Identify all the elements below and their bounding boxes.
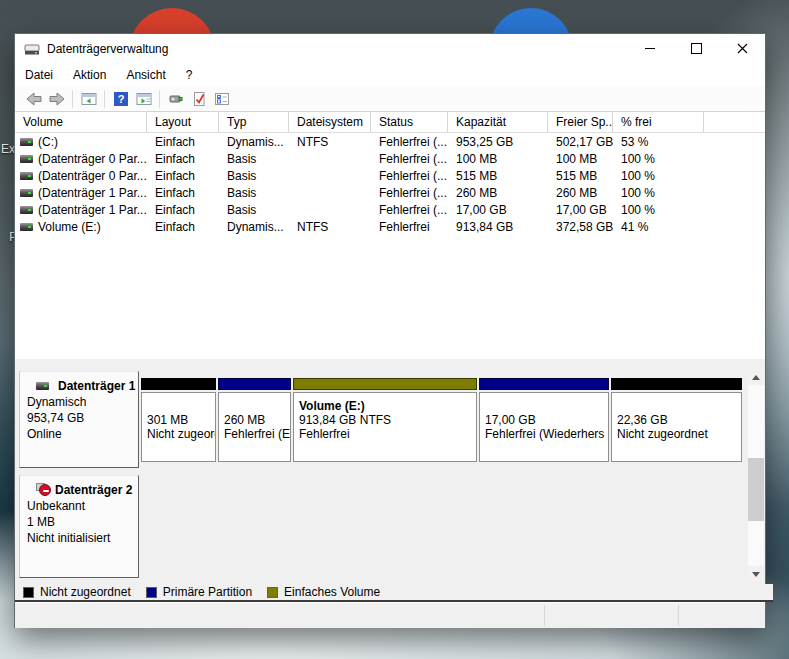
- column-header-prozent-frei[interactable]: % frei: [613, 112, 704, 132]
- legend-swatch: [23, 587, 34, 598]
- table-cell-layout: Einfach: [147, 186, 219, 200]
- task-list-button[interactable]: [210, 88, 233, 110]
- table-cell-layout: Einfach: [147, 152, 219, 166]
- partition-info-box[interactable]: 22,36 GBNicht zugeordnet: [611, 392, 742, 462]
- table-cell-frei: 260 MB: [548, 186, 613, 200]
- back-icon: [26, 91, 42, 107]
- close-button[interactable]: [719, 34, 765, 63]
- back-button[interactable]: [22, 88, 45, 110]
- partition-title: [485, 399, 608, 413]
- partition-info-box[interactable]: 17,00 GBFehlerfrei (Wiederhers: [479, 392, 609, 462]
- disk-info-line: 953,74 GB: [27, 412, 138, 425]
- partition-block[interactable]: Volume (E:)913,84 GB NTFSFehlerfrei: [293, 378, 477, 462]
- window-title: Datenträgerverwaltung: [47, 42, 168, 56]
- action-pane-icon: [136, 91, 152, 107]
- check-document-button[interactable]: [187, 88, 210, 110]
- column-header-dateisystem[interactable]: Dateisystem: [289, 112, 371, 132]
- column-header-kapazitaet[interactable]: Kapazität: [448, 112, 548, 132]
- status-bar-separator: [544, 605, 545, 626]
- legend-bar: Nicht zugeordnetPrimäre PartitionEinfach…: [15, 584, 773, 602]
- minimize-icon: [645, 48, 655, 49]
- table-cell-prozent: 100 %: [613, 169, 704, 183]
- pane-splitter[interactable]: [15, 359, 765, 367]
- table-row[interactable]: (Datenträger 1 Par...EinfachBasisFehlerf…: [15, 201, 765, 218]
- table-cell-fs: NTFS: [289, 135, 371, 149]
- partition-info-line: 22,36 GB: [617, 413, 741, 427]
- column-header-typ[interactable]: Typ: [219, 112, 289, 132]
- menu-ansicht[interactable]: Ansicht: [116, 66, 175, 84]
- table-row[interactable]: (Datenträger 1 Par...EinfachBasisFehlerf…: [15, 184, 765, 201]
- partition-block[interactable]: 301 MBNicht zugeordnet: [141, 378, 216, 462]
- table-cell-kapazitaet: 953,25 GB: [448, 135, 548, 149]
- table-cell-layout: Einfach: [147, 220, 219, 234]
- table-cell-prozent: 41 %: [613, 220, 704, 234]
- volume-cell: (Datenträger 0 Par...: [15, 169, 147, 183]
- column-header-volume[interactable]: Volume: [15, 112, 147, 132]
- table-cell-kapazitaet: 913,84 GB: [448, 220, 548, 234]
- menu-datei[interactable]: Datei: [15, 66, 63, 84]
- disk-view-scrollbar[interactable]: [748, 369, 764, 582]
- minimize-button[interactable]: [627, 34, 673, 63]
- column-header-status[interactable]: Status: [371, 112, 448, 132]
- maximize-icon: [691, 43, 702, 54]
- menu-hilfe[interactable]: ?: [176, 66, 203, 84]
- partition-info-box[interactable]: 301 MBNicht zugeordnet: [141, 392, 216, 462]
- volume-drive-icon: [20, 223, 33, 231]
- disk-info-line: Nicht initialisiert: [27, 532, 138, 545]
- title-bar[interactable]: Datenträgerverwaltung: [15, 34, 765, 63]
- maximize-button[interactable]: [673, 34, 719, 63]
- disk-drive-icon: [24, 41, 40, 57]
- partition-info-line: 260 MB: [224, 413, 290, 427]
- disk-management-window: Datenträgerverwaltung Datei Aktion Ansic…: [14, 33, 766, 628]
- volume-drive-icon: [20, 189, 33, 197]
- partition-block[interactable]: 22,36 GBNicht zugeordnet: [611, 378, 742, 462]
- partition-info-box[interactable]: 260 MBFehlerfrei (EFI-Systempartition): [218, 392, 291, 462]
- partition-title: Volume (E:): [299, 399, 476, 413]
- volume-cell: (Datenträger 1 Par...: [15, 186, 147, 200]
- volume-cell: (C:): [15, 135, 147, 149]
- toolbar-separator: [159, 90, 160, 108]
- partition-info-line: 17,00 GB: [485, 413, 608, 427]
- partition-block[interactable]: 260 MBFehlerfrei (EFI-Systempartition): [218, 378, 291, 462]
- table-row[interactable]: (Datenträger 0 Par...EinfachBasisFehlerf…: [15, 167, 765, 184]
- volume-drive-icon: [20, 138, 33, 146]
- partition-info-line: 301 MB: [147, 413, 215, 427]
- task-list-icon: [214, 91, 230, 107]
- volume-name: (Datenträger 1 Par...: [38, 186, 147, 200]
- legend-label: Primäre Partition: [163, 585, 252, 599]
- error-bar: [43, 490, 49, 492]
- help-button[interactable]: ?: [109, 88, 132, 110]
- scrollbar-thumb[interactable]: [748, 458, 764, 521]
- table-cell-layout: Einfach: [147, 169, 219, 183]
- desktop-icon-label: Ex: [1, 142, 15, 156]
- table-cell-layout: Einfach: [147, 135, 219, 149]
- table-row[interactable]: Volume (E:)EinfachDynamis...NTFSFehlerfr…: [15, 218, 765, 235]
- volume-name: Volume (E:): [38, 220, 101, 234]
- volume-cell: Volume (E:): [15, 220, 147, 234]
- column-header-layout[interactable]: Layout: [147, 112, 219, 132]
- chevron-down-icon: [752, 572, 760, 577]
- table-cell-status: Fehlerfrei (...: [371, 186, 448, 200]
- table-cell-frei: 515 MB: [548, 169, 613, 183]
- scroll-up-button[interactable]: [748, 369, 764, 385]
- legend-swatch: [267, 587, 278, 598]
- table-cell-frei: 502,17 GB: [548, 135, 613, 149]
- column-header-freier-sp[interactable]: Freier Sp...: [548, 112, 613, 132]
- partition-info-box[interactable]: Volume (E:)913,84 GB NTFSFehlerfrei: [293, 392, 477, 462]
- action-pane-button[interactable]: [132, 88, 155, 110]
- device-button[interactable]: [164, 88, 187, 110]
- disk-label-box[interactable]: Datenträger 2Unbekannt1 MBNicht initiali…: [19, 475, 139, 578]
- table-row[interactable]: (Datenträger 0 Par...EinfachBasisFehlerf…: [15, 150, 765, 167]
- console-tree-button[interactable]: [77, 88, 100, 110]
- table-row[interactable]: (C:)EinfachDynamis...NTFSFehlerfrei (...…: [15, 133, 765, 150]
- scroll-down-button[interactable]: [748, 566, 764, 582]
- legend-swatch: [146, 587, 157, 598]
- disk-label-box[interactable]: Datenträger 1Dynamisch953,74 GBOnline: [19, 371, 139, 468]
- forward-button[interactable]: [45, 88, 68, 110]
- status-bar: [15, 602, 765, 628]
- menu-aktion[interactable]: Aktion: [63, 66, 116, 84]
- volume-drive-icon: [20, 206, 33, 214]
- partition-block[interactable]: 17,00 GBFehlerfrei (Wiederhers: [479, 378, 609, 462]
- volume-name: (C:): [38, 135, 58, 149]
- table-cell-status: Fehlerfrei (...: [371, 169, 448, 183]
